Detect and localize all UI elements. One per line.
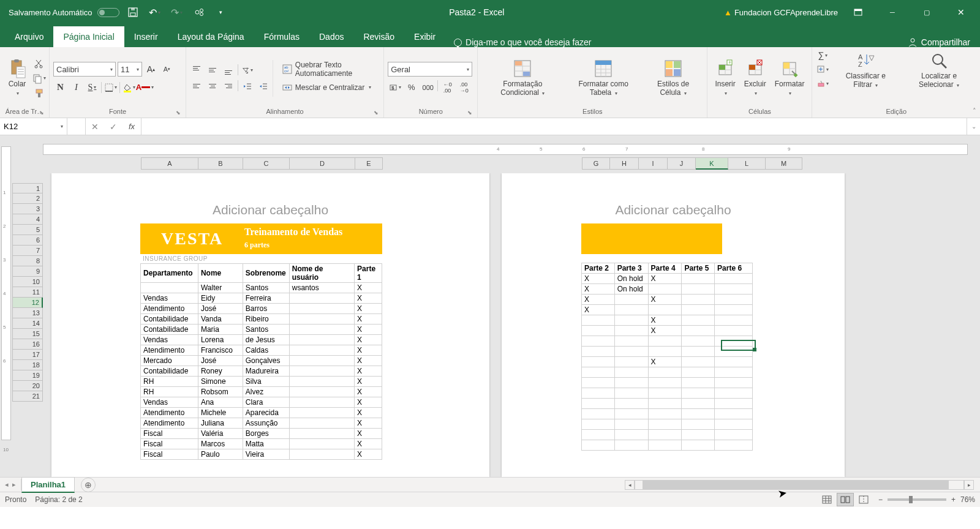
table-row[interactable]: X	[582, 357, 753, 367]
normal-view-button[interactable]	[818, 493, 835, 506]
underline-button[interactable]: S▾	[85, 80, 99, 94]
col-header-H[interactable]: H	[610, 157, 639, 170]
zoom-slider[interactable]	[888, 498, 946, 501]
cell-styles-button[interactable]: Estilos de Célula ▾	[643, 58, 704, 99]
table-row[interactable]	[582, 367, 753, 378]
align-bottom-button[interactable]	[222, 64, 235, 77]
col-header-G[interactable]: G	[582, 157, 610, 170]
tab-formulas[interactable]: Fórmulas	[254, 26, 309, 47]
page-header[interactable]: Adicionar cabeçalho	[51, 203, 489, 223]
align-right-button[interactable]	[222, 80, 235, 92]
table-row[interactable]	[582, 378, 753, 388]
table-row[interactable]: RHSimoneSilvaX	[141, 377, 382, 387]
table-row[interactable]: ContabilidadeMariaSantosX	[141, 325, 382, 335]
data-table-p2[interactable]: Parte 2Parte 3Parte 4Parte 5Parte 6XOn h…	[581, 263, 753, 451]
table-row[interactable]: VendasAnaClaraX	[141, 397, 382, 408]
zoom-level[interactable]: 76%	[960, 495, 975, 504]
table-row[interactable]	[582, 419, 753, 430]
tab-layout[interactable]: Layout da Página	[168, 26, 254, 47]
name-box[interactable]: K12▾	[0, 118, 67, 135]
redo-icon[interactable]: ↷▾	[168, 4, 186, 21]
format-cells-button[interactable]: Formatar▾	[771, 58, 809, 99]
table-row[interactable]: XX	[582, 295, 753, 305]
tab-file[interactable]: Arquivo	[5, 26, 53, 47]
row-header-10[interactable]: 10	[12, 277, 43, 287]
enter-formula-icon[interactable]: ✓	[104, 122, 123, 132]
row-header-4[interactable]: 4	[12, 214, 43, 225]
row-header-13[interactable]: 13	[12, 308, 43, 318]
tab-review[interactable]: Revisão	[353, 26, 404, 47]
grow-font-button[interactable]: A▴	[144, 62, 158, 77]
wrap-text-button[interactable]: abc↵Quebrar Texto Automaticamente	[279, 62, 380, 77]
scroll-right-icon[interactable]: ▸	[964, 480, 974, 490]
increase-decimal-button[interactable]: ←0.00	[440, 80, 454, 94]
dialog-launcher-icon[interactable]: ⬊	[374, 110, 379, 116]
orientation-button[interactable]: ⦪▾	[241, 64, 254, 77]
col-header-J[interactable]: J	[668, 157, 696, 170]
row-header-11[interactable]: 11	[12, 287, 43, 298]
fill-button[interactable]: ▾	[816, 64, 829, 75]
dialog-launcher-icon[interactable]: ⬊	[39, 110, 44, 116]
font-color-button[interactable]: A▾	[138, 80, 152, 94]
zoom-in-button[interactable]: +	[951, 495, 956, 504]
tab-home[interactable]: Página Inicial	[53, 26, 124, 47]
table-row[interactable]: VendasEidyFerreiraX	[141, 293, 382, 304]
save-icon[interactable]	[124, 4, 141, 21]
dialog-launcher-icon[interactable]: ⬊	[176, 110, 181, 116]
row-header-14[interactable]: 14	[12, 318, 43, 329]
table-row[interactable]: AtendimentoJoséBarrosX	[141, 304, 382, 314]
sheet-tab-1[interactable]: Planilha1	[21, 477, 75, 493]
align-middle-button[interactable]	[206, 64, 219, 77]
sort-filter-button[interactable]: AZClassificar e Filtrar ▾	[833, 50, 898, 91]
table-row[interactable]	[582, 399, 753, 409]
merge-center-button[interactable]: Mesclar e Centralizar▾	[279, 80, 380, 95]
percent-button[interactable]: %	[404, 80, 418, 94]
data-table-p1[interactable]: DepartamentoNomeSobrenomeNome de usuário…	[140, 263, 382, 460]
table-row[interactable]: ContabilidadeVandaRibeiroX	[141, 314, 382, 325]
undo-icon[interactable]: ↶▾	[146, 4, 164, 21]
fill-color-button[interactable]: ▾	[122, 80, 136, 94]
col-header-E[interactable]: E	[355, 157, 383, 170]
cut-button[interactable]	[33, 58, 45, 70]
touch-icon[interactable]	[190, 4, 208, 21]
page-header-2[interactable]: Adicionar cabeçalho	[502, 203, 845, 223]
table-row[interactable]: AtendimentoFranciscoCaldasX	[141, 345, 382, 356]
conditional-formatting-button[interactable]: Formatação Condicional ▾	[481, 58, 564, 99]
font-name-combo[interactable]: Calibri▾	[53, 62, 116, 77]
number-format-combo[interactable]: Geral▾	[388, 62, 472, 77]
table-row[interactable]: FiscalMarcosMattaX	[141, 439, 382, 449]
row-header-16[interactable]: 16	[12, 339, 43, 350]
table-row[interactable]	[582, 347, 753, 357]
ribbon-options-icon[interactable]	[844, 0, 872, 24]
tab-view[interactable]: Exibir	[404, 26, 445, 47]
row-header-6[interactable]: 6	[12, 235, 43, 246]
col-header-B[interactable]: B	[198, 157, 243, 170]
italic-button[interactable]: I	[69, 80, 83, 94]
row-header-20[interactable]: 20	[12, 381, 43, 391]
tab-data[interactable]: Dados	[309, 26, 353, 47]
collapse-ribbon-icon[interactable]: ˄	[973, 107, 976, 115]
col-header-D[interactable]: D	[290, 157, 355, 170]
table-row[interactable]: FiscalValériaBorgesX	[141, 429, 382, 439]
table-row[interactable]	[582, 388, 753, 399]
formula-input[interactable]	[141, 118, 967, 135]
find-select-button[interactable]: Localizar e Selecionar ▾	[902, 50, 976, 91]
bold-button[interactable]: N	[53, 80, 67, 94]
dialog-launcher-icon[interactable]: ⬊	[467, 110, 472, 116]
table-row[interactable]: VendasLorenade JesusX	[141, 335, 382, 345]
table-row[interactable]	[582, 430, 753, 440]
decrease-indent-button[interactable]	[241, 80, 254, 92]
row-header-1[interactable]: 1	[12, 183, 43, 193]
row-headers[interactable]: 123456789101112131415161718192021	[12, 135, 43, 477]
format-painter-button[interactable]	[33, 87, 45, 99]
share-button[interactable]: Compartilhar	[908, 37, 970, 47]
table-row[interactable]: FiscalPauloVieiraX	[141, 449, 382, 460]
table-row[interactable]: X	[582, 315, 753, 326]
col-header-L[interactable]: L	[728, 157, 766, 170]
table-row[interactable]: MercadoJoséGonçalvesX	[141, 356, 382, 366]
row-header-5[interactable]: 5	[12, 225, 43, 235]
zoom-out-button[interactable]: −	[878, 495, 883, 504]
fx-icon[interactable]: fx	[123, 122, 141, 131]
account-name[interactable]: ▲Fundacion GCFAprendeLibre	[724, 8, 838, 17]
autosum-button[interactable]: ∑▾	[816, 50, 829, 61]
